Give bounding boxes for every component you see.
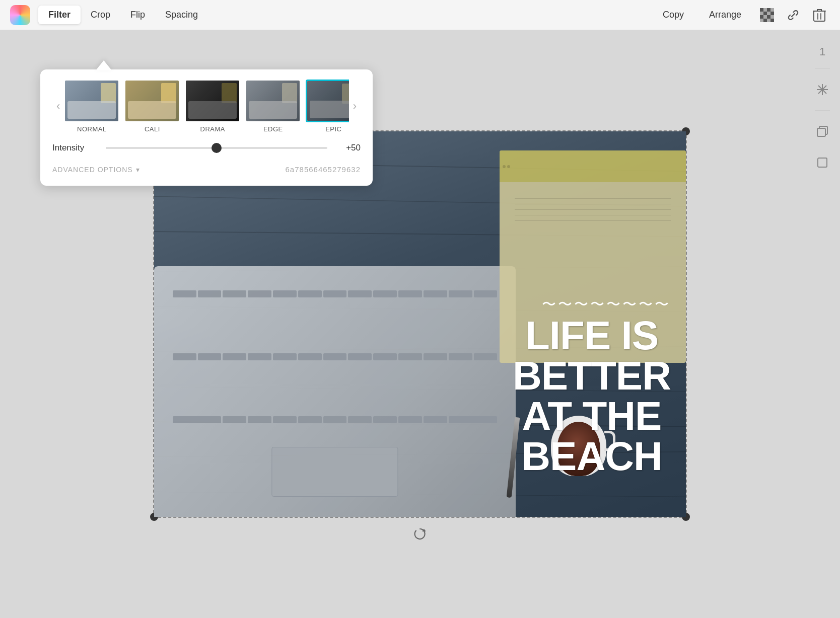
panel-arrow — [96, 60, 112, 70]
image-text-line1: LIFE IS — [513, 316, 671, 356]
flip-tab[interactable]: Flip — [120, 6, 155, 24]
spacing-tab[interactable]: Spacing — [155, 6, 208, 24]
svg-rect-10 — [767, 15, 771, 19]
filter-thumb-drama — [185, 80, 240, 122]
svg-rect-14 — [767, 19, 771, 22]
filter-item-edge[interactable]: EDGE — [245, 80, 301, 133]
page-number: 1 — [819, 45, 825, 58]
arrange-button[interactable]: Arrange — [699, 6, 751, 24]
svg-rect-34 — [817, 128, 825, 136]
filters-scroll: NORMAL CALI — [64, 80, 348, 133]
duplicate-icon-button[interactable] — [812, 121, 833, 142]
filter-label-edge: EDGE — [263, 125, 283, 133]
svg-rect-7 — [771, 12, 774, 15]
filter-label-cali: CALI — [145, 125, 160, 133]
filter-item-drama[interactable]: DRAMA — [185, 80, 240, 133]
chevron-down-icon: ▾ — [136, 166, 140, 174]
toolbar: Filter Crop Flip Spacing Copy Arrange — [0, 0, 840, 30]
filter-item-normal[interactable]: NORMAL — [64, 80, 119, 133]
wave-decoration: 〜〜〜〜〜〜〜〜 — [513, 297, 671, 312]
trash-icon — [813, 8, 826, 22]
advanced-options-label: ADVANCED OPTIONS — [52, 166, 133, 174]
rotate-handle[interactable] — [412, 526, 428, 542]
svg-rect-3 — [771, 8, 774, 12]
svg-rect-13 — [763, 19, 767, 22]
svg-rect-1 — [763, 8, 767, 12]
hash-code: 6a78566465279632 — [286, 165, 361, 174]
layer-icon-button[interactable] — [812, 152, 833, 173]
crop-tab[interactable]: Crop — [81, 6, 120, 24]
trash-icon-button[interactable] — [809, 5, 830, 26]
keyboard — [154, 266, 516, 517]
link-icon — [786, 8, 800, 22]
filter-thumb-edge — [245, 80, 301, 122]
intensity-slider[interactable] — [106, 147, 327, 149]
intensity-label: Intensity — [52, 143, 98, 153]
svg-rect-15 — [771, 19, 774, 22]
canvas-image: 〜〜〜〜〜〜〜〜 LIFE IS BETTER AT THE BEACH — [154, 131, 686, 517]
right-sidebar: 1 — [805, 30, 840, 618]
filter-thumb-normal — [64, 80, 119, 122]
layer-icon — [817, 157, 828, 168]
checkerboard-icon — [760, 8, 774, 22]
svg-rect-8 — [760, 15, 763, 19]
slider-thumb[interactable] — [212, 143, 222, 153]
advanced-options-button[interactable]: ADVANCED OPTIONS ▾ — [52, 166, 140, 174]
filter-panel: ‹ NORMAL — [40, 69, 373, 186]
filter-label-epic: EPIC — [325, 125, 341, 133]
svg-rect-4 — [760, 12, 763, 15]
checkerboard-icon-button[interactable] — [756, 5, 778, 26]
filter-next-button[interactable]: › — [349, 100, 361, 113]
filter-item-cali[interactable]: CALI — [124, 80, 180, 133]
copy-button[interactable]: Copy — [653, 6, 694, 24]
filter-tab[interactable]: Filter — [38, 6, 81, 24]
image-text-line4: BEACH — [513, 436, 671, 477]
rotate-icon — [413, 527, 427, 541]
image-text-line3: AT THE — [513, 396, 671, 436]
svg-rect-0 — [760, 8, 763, 12]
toolbar-right: Copy Arrange — [653, 5, 830, 26]
svg-rect-12 — [760, 19, 763, 22]
svg-rect-35 — [818, 158, 827, 167]
image-text-overlay: 〜〜〜〜〜〜〜〜 LIFE IS BETTER AT THE BEACH — [513, 297, 671, 477]
intensity-value: +50 — [335, 143, 361, 153]
image-text-line2: BETTER — [513, 356, 671, 396]
svg-rect-11 — [771, 15, 774, 19]
svg-rect-6 — [767, 12, 771, 15]
image-container[interactable]: 〜〜〜〜〜〜〜〜 LIFE IS BETTER AT THE BEACH — [153, 130, 687, 518]
svg-rect-5 — [763, 12, 767, 15]
canvas-area: 〜〜〜〜〜〜〜〜 LIFE IS BETTER AT THE BEACH ‹ — [0, 30, 840, 618]
filter-thumb-epic — [306, 80, 348, 122]
filter-item-epic[interactable]: EPIC — [306, 80, 348, 133]
svg-rect-16 — [814, 11, 825, 21]
snowflake-icon — [816, 83, 829, 96]
filter-thumb-cali — [124, 80, 180, 122]
svg-rect-9 — [763, 15, 767, 19]
sidebar-divider-2 — [815, 110, 830, 111]
sidebar-divider-1 — [815, 68, 830, 69]
app-logo — [10, 5, 30, 25]
filter-label-drama: DRAMA — [200, 125, 225, 133]
link-icon-button[interactable] — [783, 5, 804, 26]
svg-rect-2 — [767, 8, 771, 12]
grid-icon-button[interactable] — [812, 79, 833, 100]
advanced-row: ADVANCED OPTIONS ▾ 6a78566465279632 — [52, 165, 361, 174]
duplicate-icon — [816, 125, 829, 138]
filter-row: ‹ NORMAL — [52, 80, 361, 133]
intensity-row: Intensity +50 — [52, 143, 361, 153]
filter-label-normal: NORMAL — [77, 125, 107, 133]
filter-prev-button[interactable]: ‹ — [52, 100, 64, 113]
